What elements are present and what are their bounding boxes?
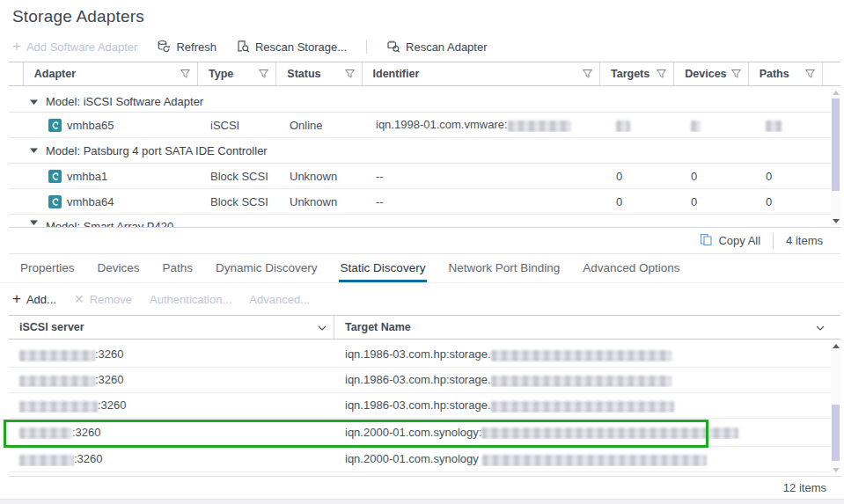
adapter-paths — [755, 118, 830, 131]
filter-icon[interactable] — [731, 69, 741, 78]
column-label: Adapter — [34, 68, 76, 80]
filter-icon[interactable] — [259, 69, 268, 78]
column-label: Type — [209, 68, 233, 80]
redacted-text — [508, 121, 571, 132]
adapter-name: vmhba65 — [67, 119, 114, 132]
column-header-status[interactable]: Status — [276, 62, 362, 85]
advanced-button[interactable]: Advanced... — [249, 293, 310, 306]
tab-advanced-options[interactable]: Advanced Options — [581, 261, 681, 282]
server-port: :3260 — [95, 347, 124, 361]
adapters-items-count: 4 items — [786, 234, 823, 247]
adapter-type: Block SCSI — [200, 195, 279, 208]
adapter-devices: 0 — [680, 195, 755, 208]
adapter-status: Unknown — [279, 170, 365, 183]
adapter-name: vmhba64 — [67, 195, 114, 208]
table-row-vmhba64[interactable]: vmhba64 Block SCSI Unknown -- 0 0 0 — [9, 189, 840, 215]
filter-icon[interactable] — [805, 69, 815, 78]
remove-button[interactable]: ✕ Remove — [74, 292, 132, 306]
copy-all-button[interactable]: Copy All — [700, 233, 760, 249]
table-row-vmhba1[interactable]: vmhba1 Block SCSI Unknown -- 0 0 0 — [9, 164, 840, 189]
rescan-adapter-button[interactable]: Rescan Adapter — [386, 40, 488, 54]
adapter-detail-tabs: Properties Devices Paths Dynamic Discove… — [0, 254, 844, 283]
discovery-row-2[interactable]: :3260 iqn.1986-03.com.hp:storage. — [9, 368, 840, 393]
filter-icon[interactable] — [180, 69, 190, 78]
adapters-toolbar: + Add Software Adapter Refresh Rescan St… — [12, 35, 844, 58]
add-software-adapter-label: Add Software Adapter — [26, 40, 137, 54]
server-port: :3260 — [98, 398, 127, 412]
redacted-text — [19, 455, 74, 466]
column-header-identifier[interactable]: Identifier — [363, 62, 600, 85]
collapse-caret-icon[interactable] — [30, 148, 38, 153]
target-name-cell: iqn.1986-03.com.hp:storage. — [334, 347, 840, 361]
tab-static-discovery[interactable]: Static Discovery — [339, 261, 428, 282]
identifier-prefix: iqn.1998-01.com.vmware: — [376, 118, 508, 131]
scrollbar-thumb[interactable] — [832, 99, 840, 191]
redacted-text — [19, 427, 72, 439]
tab-dynamic-discovery[interactable]: Dynamic Discovery — [214, 261, 319, 282]
collapse-caret-icon[interactable] — [30, 220, 38, 225]
adapter-identifier: -- — [365, 195, 605, 208]
column-header-paths[interactable]: Paths — [749, 62, 823, 85]
discovery-scrollbar[interactable] — [831, 341, 840, 474]
scroll-up-arrow[interactable] — [831, 341, 840, 350]
collapse-caret-icon[interactable] — [30, 99, 38, 105]
column-header-targets[interactable]: Targets — [600, 62, 674, 85]
footer-divider — [773, 233, 774, 249]
copy-icon — [700, 233, 713, 249]
chevron-down-icon[interactable] — [816, 321, 825, 333]
storage-adapter-icon — [48, 119, 62, 132]
column-header-devices[interactable]: Devices — [674, 62, 748, 85]
group-label: Model: Patsburg 4 port SATA IDE Controll… — [46, 144, 268, 157]
target-name-cell: iqn.1986-03.com.hp:storage. — [334, 373, 840, 386]
column-label: Identifier — [373, 68, 420, 80]
scrollbar-thumb[interactable] — [832, 405, 840, 461]
x-icon: ✕ — [74, 292, 84, 306]
discovery-row-4-highlighted[interactable]: :3260 iqn.2000-01.com.synology: — [9, 419, 840, 447]
target-name-cell: iqn.2000-01.com.synology — [334, 452, 840, 465]
adapter-paths: 0 — [755, 170, 830, 183]
add-software-adapter-button[interactable]: + Add Software Adapter — [12, 40, 137, 54]
toolbar-divider — [366, 40, 367, 54]
tab-devices[interactable]: Devices — [96, 261, 142, 282]
authentication-button[interactable]: Authentication... — [150, 293, 231, 306]
adapters-scrollbar[interactable] — [831, 88, 840, 225]
adapters-grid-footer: Copy All 4 items — [9, 227, 840, 254]
rescan-storage-label: Rescan Storage... — [255, 40, 347, 54]
redacted-text — [491, 350, 672, 362]
scroll-up-arrow[interactable] — [831, 88, 840, 97]
column-label: Target Name — [345, 321, 411, 333]
rescan-storage-button[interactable]: Rescan Storage... — [236, 40, 347, 54]
server-port: :3260 — [95, 373, 124, 386]
group-row-clipped[interactable]: Model: Smart Array P420 — [9, 215, 840, 227]
refresh-button[interactable]: Refresh — [157, 40, 217, 54]
discovery-row-5[interactable]: :3260 iqn.2000-01.com.synology — [9, 447, 840, 472]
target-prefix: iqn.1986-03.com.hp:storage. — [345, 347, 491, 361]
column-header-type[interactable]: Type — [198, 62, 276, 85]
scroll-down-arrow[interactable] — [831, 216, 840, 225]
column-header-adapter[interactable]: Adapter — [24, 62, 198, 85]
discovery-row-1[interactable]: :3260 iqn.1986-03.com.hp:storage. — [9, 342, 840, 368]
filter-icon[interactable] — [583, 69, 592, 78]
redacted-text — [482, 455, 707, 466]
group-row-iscsi-software-adapter[interactable]: Model: iSCSI Software Adapter — [9, 91, 840, 113]
filter-icon[interactable] — [657, 69, 666, 78]
column-label: iSCSI server — [19, 321, 84, 333]
target-prefix: iqn.1986-03.com.hp:storage. — [345, 373, 491, 386]
group-row-patsburg-controller[interactable]: Model: Patsburg 4 port SATA IDE Controll… — [9, 138, 840, 164]
page-title: Storage Adapters — [12, 7, 844, 30]
column-header-target-name[interactable]: Target Name — [334, 316, 840, 339]
tab-paths[interactable]: Paths — [161, 261, 195, 282]
storage-adapter-icon — [48, 195, 62, 208]
scroll-down-arrow[interactable] — [831, 465, 840, 474]
tab-properties[interactable]: Properties — [18, 261, 77, 282]
column-header-iscsi-server[interactable]: iSCSI server — [9, 316, 334, 339]
table-row-vmhba65[interactable]: vmhba65 iSCSI Online iqn.1998-01.com.vmw… — [9, 113, 840, 138]
discovery-grid: iSCSI server Target Name :3260 iqn.1986-… — [9, 315, 840, 476]
add-button[interactable]: + Add... — [12, 293, 56, 306]
storage-adapters-page: Storage Adapters + Add Software Adapter … — [0, 0, 844, 504]
filter-icon[interactable] — [345, 69, 355, 78]
tab-network-port-binding[interactable]: Network Port Binding — [446, 261, 561, 282]
discovery-row-3[interactable]: :3260 iqn.1986-03.com.hp:storage. — [9, 393, 840, 419]
server-port: :3260 — [74, 452, 103, 465]
chevron-down-icon[interactable] — [318, 321, 327, 333]
